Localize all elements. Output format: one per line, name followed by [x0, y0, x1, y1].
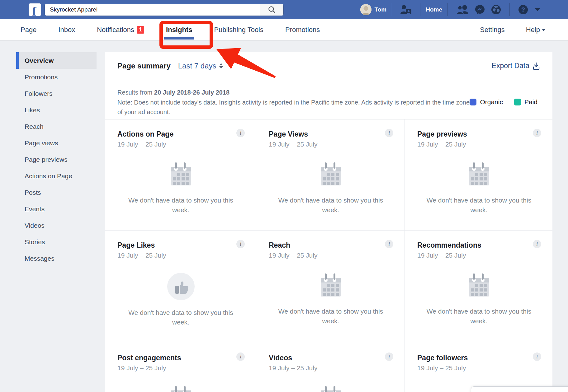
- tab-help[interactable]: Help: [526, 19, 546, 41]
- search-input[interactable]: [45, 4, 260, 16]
- sidebar-item-page-views[interactable]: Page views: [0, 135, 105, 151]
- card-page-likes: Page Likes 19 July – 25 July i We don't …: [105, 231, 256, 343]
- thumbs-up-icon: [117, 273, 244, 300]
- sidebar-item-overview[interactable]: Overview: [19, 52, 97, 69]
- info-icon[interactable]: i: [236, 129, 245, 137]
- calendar-icon: [269, 385, 393, 392]
- info-icon[interactable]: i: [385, 240, 393, 248]
- calendar-icon: [117, 162, 244, 188]
- sidebar-item-followers[interactable]: Followers: [0, 85, 105, 102]
- sidebar-item-events[interactable]: Events: [0, 201, 105, 217]
- info-icon[interactable]: i: [236, 352, 245, 361]
- card-recommendations: Recommendations 19 July – 25 July i: [405, 231, 552, 343]
- tab-settings[interactable]: Settings: [480, 19, 505, 41]
- organic-legend-swatch: [470, 99, 476, 105]
- help-caret-icon: [542, 29, 546, 31]
- paid-legend-swatch: [514, 99, 521, 105]
- card-videos: Videos 19 July – 25 July i: [256, 343, 405, 392]
- selector-arrows-icon: [219, 63, 223, 68]
- pages-shortcut-icon[interactable]: [400, 5, 412, 15]
- tab-insights[interactable]: Insights: [166, 19, 192, 41]
- info-icon[interactable]: i: [236, 240, 245, 248]
- legend: Organic Paid: [470, 98, 540, 106]
- chat-widget-tab[interactable]: [471, 386, 568, 392]
- sidebar-item-messages[interactable]: Messages: [0, 250, 105, 267]
- download-icon: [532, 62, 540, 70]
- card-page-previews: Page previews 19 July – 25 July i: [405, 119, 552, 230]
- info-icon[interactable]: i: [533, 240, 541, 248]
- home-link[interactable]: Home: [426, 6, 442, 13]
- info-icon[interactable]: i: [533, 352, 541, 361]
- calendar-icon: [269, 273, 393, 299]
- results-note-section: Results from 20 July 2018-26 July 2018 N…: [105, 80, 552, 119]
- info-icon[interactable]: i: [385, 129, 393, 137]
- avatar[interactable]: [360, 4, 372, 15]
- card-page-views: Page Views 19 July – 25 July i We: [256, 119, 405, 230]
- calendar-icon: [117, 385, 244, 392]
- card-post-engagements: Post engagements 19 July – 25 July i: [105, 343, 256, 392]
- sidebar-item-posts[interactable]: Posts: [0, 184, 105, 201]
- active-tab-underline: [164, 37, 194, 40]
- info-icon[interactable]: i: [533, 129, 541, 137]
- help-icon[interactable]: ?: [518, 4, 528, 15]
- sidebar-item-page-previews[interactable]: Page previews: [0, 151, 105, 168]
- notifications-badge: 1: [137, 26, 144, 34]
- sidebar-item-actions-on-page[interactable]: Actions on Page: [0, 168, 105, 184]
- results-date-range: 20 July 2018-26 July 2018: [154, 89, 230, 96]
- info-icon[interactable]: i: [385, 352, 393, 361]
- organic-legend-label: Organic: [480, 98, 503, 106]
- globe-icon[interactable]: [491, 4, 501, 15]
- avatar-photo: [360, 4, 372, 15]
- tab-publishing-tools[interactable]: Publishing Tools: [214, 19, 263, 41]
- search-button[interactable]: [260, 4, 283, 16]
- messenger-icon[interactable]: [475, 4, 485, 15]
- tab-notifications[interactable]: Notifications 1: [97, 19, 144, 41]
- tab-promotions[interactable]: Promotions: [285, 19, 320, 41]
- friend-requests-icon[interactable]: [456, 5, 469, 14]
- summary-header: Page summary Last 7 days Export Data: [105, 52, 552, 80]
- page-summary-title: Page summary: [117, 62, 171, 70]
- calendar-icon: [417, 273, 541, 299]
- export-data-button[interactable]: Export Data: [492, 62, 540, 70]
- sidebar-item-stories[interactable]: Stories: [0, 234, 105, 250]
- results-note-text: Results from 20 July 2018-26 July 2018 N…: [117, 88, 470, 119]
- insights-sidebar: Overview Promotions Followers Likes Reac…: [0, 52, 105, 267]
- calendar-icon: [269, 162, 393, 188]
- top-navbar: f Tom: [0, 0, 568, 19]
- page-summary-panel: Page summary Last 7 days Export Data Res…: [105, 52, 552, 392]
- sidebar-item-reach[interactable]: Reach: [0, 118, 105, 135]
- calendar-icon: [417, 162, 541, 188]
- card-page-followers: Page followers 19 July – 25 July i: [405, 343, 552, 392]
- selected-indicator-bar: [16, 52, 19, 69]
- page-tabs-bar: Page Inbox Notifications 1 Insights Publ…: [0, 19, 568, 41]
- card-actions-on-page: Actions on Page 19 July – 25 July i: [105, 119, 256, 230]
- sidebar-item-likes[interactable]: Likes: [0, 102, 105, 118]
- date-range-selector[interactable]: Last 7 days: [178, 62, 223, 70]
- svg-text:?: ?: [521, 6, 525, 13]
- facebook-logo[interactable]: f: [29, 3, 41, 16]
- account-menu-caret-icon[interactable]: [534, 7, 541, 12]
- sidebar-item-videos[interactable]: Videos: [0, 217, 105, 234]
- tab-inbox[interactable]: Inbox: [58, 19, 75, 41]
- card-reach: Reach 19 July – 25 July i We don't: [256, 231, 405, 343]
- paid-legend-label: Paid: [524, 98, 537, 106]
- search-box: [45, 4, 284, 16]
- user-name[interactable]: Tom: [375, 6, 387, 13]
- sidebar-item-promotions[interactable]: Promotions: [0, 69, 105, 85]
- search-icon: [268, 6, 276, 14]
- tab-page[interactable]: Page: [21, 19, 36, 41]
